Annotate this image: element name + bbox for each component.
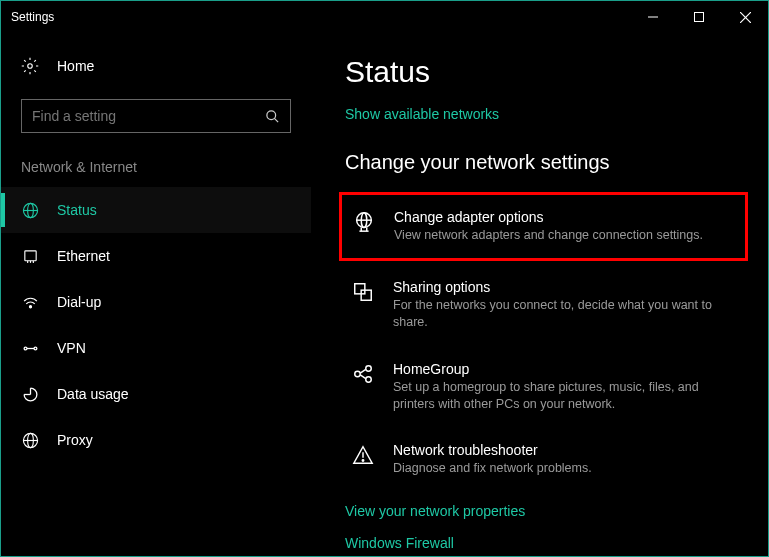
option-desc: Set up a homegroup to share pictures, mu… — [393, 379, 733, 413]
svg-point-5 — [267, 110, 276, 119]
search-input[interactable] — [32, 108, 265, 124]
option-desc: For the networks you connect to, decide … — [393, 297, 733, 331]
nav-item-dialup[interactable]: Dial-up — [1, 279, 311, 325]
nav-item-datausage[interactable]: Data usage — [1, 371, 311, 417]
search-icon — [265, 109, 280, 124]
homegroup-icon — [351, 361, 375, 385]
globe-icon — [21, 202, 39, 219]
nav-item-ethernet[interactable]: Ethernet — [1, 233, 311, 279]
option-title: Network troubleshooter — [393, 442, 592, 458]
svg-rect-1 — [695, 13, 704, 22]
option-change-adapter[interactable]: Change adapter options View network adap… — [339, 192, 748, 261]
main-panel: Status Show available networks Change yo… — [311, 33, 768, 556]
option-troubleshooter[interactable]: Network troubleshooter Diagnose and fix … — [345, 432, 748, 487]
titlebar: Settings — [1, 1, 768, 33]
page-title: Status — [345, 55, 748, 89]
option-title: Sharing options — [393, 279, 733, 295]
window-title: Settings — [11, 10, 54, 24]
svg-rect-30 — [361, 290, 371, 300]
search-box[interactable] — [21, 99, 291, 133]
option-desc: View network adapters and change connect… — [394, 227, 703, 244]
svg-point-31 — [355, 371, 361, 377]
svg-point-4 — [28, 64, 33, 69]
section-header: Change your network settings — [345, 151, 748, 174]
maximize-icon — [694, 12, 704, 22]
nav-list: Status Ethernet Dial-up VPN — [1, 187, 311, 463]
proxy-icon — [21, 432, 39, 449]
window-controls — [630, 1, 768, 33]
svg-rect-29 — [355, 284, 365, 294]
network-properties-link[interactable]: View your network properties — [345, 503, 748, 519]
show-networks-link[interactable]: Show available networks — [345, 106, 499, 122]
svg-line-35 — [360, 375, 366, 379]
minimize-button[interactable] — [630, 1, 676, 33]
sharing-icon — [351, 279, 375, 303]
maximize-button[interactable] — [676, 1, 722, 33]
svg-line-6 — [274, 118, 278, 122]
sidebar: Home Network & Internet Status Ethernet — [1, 33, 311, 556]
nav-label: Status — [57, 202, 97, 218]
ethernet-icon — [21, 248, 39, 265]
close-button[interactable] — [722, 1, 768, 33]
dialup-icon — [21, 294, 39, 311]
home-label: Home — [57, 58, 94, 74]
option-desc: Diagnose and fix network problems. — [393, 460, 592, 477]
svg-line-34 — [360, 369, 366, 373]
data-usage-icon — [21, 386, 39, 403]
adapter-icon — [352, 209, 376, 233]
svg-point-32 — [366, 365, 372, 371]
nav-item-status[interactable]: Status — [1, 187, 311, 233]
gear-icon — [21, 57, 39, 75]
svg-rect-10 — [24, 250, 35, 260]
svg-point-16 — [34, 347, 37, 350]
firewall-link[interactable]: Windows Firewall — [345, 535, 748, 551]
svg-point-14 — [29, 305, 31, 307]
option-title: HomeGroup — [393, 361, 733, 377]
svg-point-37 — [362, 460, 363, 461]
home-button[interactable]: Home — [1, 51, 311, 81]
nav-item-vpn[interactable]: VPN — [1, 325, 311, 371]
minimize-icon — [648, 12, 658, 22]
category-header: Network & Internet — [1, 133, 311, 187]
vpn-icon — [21, 340, 39, 357]
option-title: Change adapter options — [394, 209, 703, 225]
nav-label: Dial-up — [57, 294, 101, 310]
nav-label: Data usage — [57, 386, 129, 402]
svg-point-33 — [366, 376, 372, 382]
option-homegroup[interactable]: HomeGroup Set up a homegroup to share pi… — [345, 351, 748, 423]
nav-label: VPN — [57, 340, 86, 356]
nav-item-proxy[interactable]: Proxy — [1, 417, 311, 463]
nav-label: Proxy — [57, 432, 93, 448]
option-sharing[interactable]: Sharing options For the networks you con… — [345, 269, 748, 341]
nav-label: Ethernet — [57, 248, 110, 264]
warning-icon — [351, 442, 375, 466]
close-icon — [740, 12, 751, 23]
svg-point-15 — [24, 347, 27, 350]
